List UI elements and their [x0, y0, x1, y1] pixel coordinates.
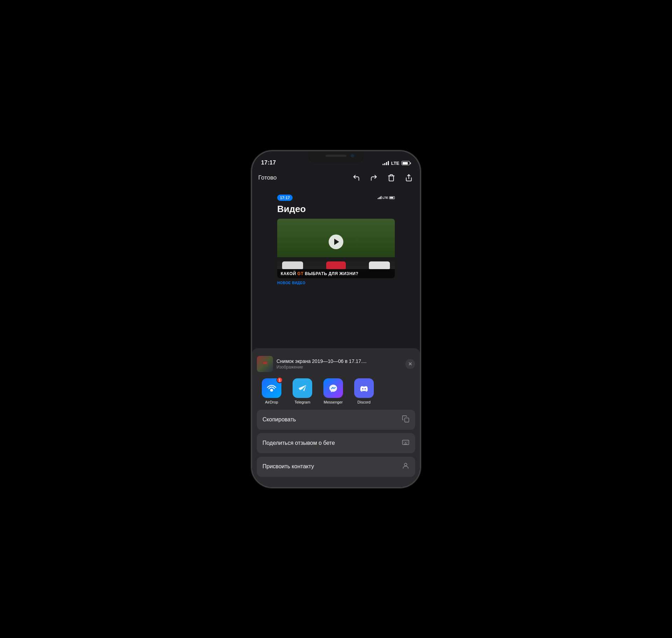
play-button[interactable]	[329, 234, 343, 249]
beta-feedback-label: Поделиться отзывом о бете	[262, 440, 335, 446]
share-thumb-image	[257, 356, 273, 372]
messenger-app-icon[interactable]	[323, 378, 343, 398]
camera	[351, 154, 354, 157]
screenshot-preview-container: 17:17 LTE Видео	[252, 187, 420, 295]
assign-contact-button[interactable]: Присвоить контакту	[257, 457, 415, 477]
mini-lte-label: LTE	[383, 196, 388, 199]
telegram-icon-wrap	[293, 378, 312, 398]
apps-row: 1 AirDrop Te	[252, 376, 420, 410]
airdrop-badge: 1	[276, 377, 283, 383]
contact-icon	[402, 462, 410, 471]
lte-label: LTE	[391, 161, 399, 166]
share-sheet: Снимок экрана 2019—10—06 в 17.17.... Изо…	[252, 348, 420, 487]
content-area: 17:17 LTE Видео	[252, 187, 420, 487]
airdrop-icon-wrap: 1	[262, 378, 281, 398]
mini-time-badge: 17:17	[277, 195, 293, 201]
assign-contact-label: Присвоить контакту	[262, 463, 314, 470]
telegram-app-icon[interactable]	[293, 378, 312, 398]
discord-icon-wrap	[354, 378, 374, 398]
share-icon[interactable]	[404, 173, 414, 183]
toolbar: Готово	[252, 169, 420, 187]
notch	[308, 151, 364, 163]
svg-rect-3	[263, 362, 267, 364]
keyboard-icon	[402, 439, 410, 448]
app-item-discord: Discord	[349, 378, 379, 404]
copy-label: Скопировать	[262, 416, 296, 423]
telegram-label: Telegram	[294, 400, 310, 404]
svg-point-6	[365, 388, 366, 390]
mini-screen: 17:17 LTE Видео	[273, 190, 399, 291]
video-caption-overlay: КАКОЙ GT ВЫБРАТЬ ДЛЯ ЖИЗНИ?	[277, 269, 395, 278]
signal-icon	[383, 161, 389, 165]
mini-signal-icon	[378, 196, 382, 199]
share-header: Снимок экрана 2019—10—06 в 17.17.... Изо…	[252, 352, 420, 376]
video-caption: КАКОЙ GT ВЫБРАТЬ ДЛЯ ЖИЗНИ?	[281, 271, 391, 276]
status-icons: LTE	[383, 161, 411, 166]
svg-rect-7	[405, 418, 409, 422]
svg-rect-2	[262, 364, 268, 367]
app-item-messenger: Messenger	[318, 378, 349, 404]
phone-device: 17:17 LTE Готово	[252, 151, 420, 487]
mini-battery-icon	[389, 196, 395, 199]
video-title: Видео	[277, 204, 395, 215]
trash-icon[interactable]	[386, 173, 396, 183]
screenshot-preview: 17:17 LTE Видео	[273, 190, 399, 291]
share-filetype: Изображение	[276, 365, 402, 370]
video-thumbnail[interactable]: КАКОЙ GT ВЫБРАТЬ ДЛЯ ЖИЗНИ?	[277, 219, 395, 278]
share-filename: Снимок экрана 2019—10—06 в 17.17....	[276, 358, 402, 364]
new-video-label: НОВОЕ ВИДЕО	[277, 281, 395, 287]
copy-button[interactable]: Скопировать	[257, 410, 415, 430]
phone-screen: 17:17 LTE Готово	[252, 151, 420, 487]
speaker	[326, 155, 346, 157]
airdrop-label: AirDrop	[265, 400, 278, 404]
redo-icon[interactable]	[369, 173, 379, 183]
status-time: 17:17	[261, 160, 276, 166]
svg-point-4	[270, 389, 273, 392]
messenger-label: Messenger	[324, 400, 343, 404]
svg-point-17	[404, 463, 407, 465]
app-item-airdrop: 1 AirDrop	[256, 378, 287, 404]
battery-icon	[401, 161, 411, 165]
action-buttons: Скопировать Поделиться отзывом о бете	[252, 410, 420, 477]
share-close-button[interactable]: ✕	[405, 359, 415, 369]
share-thumbnail	[257, 356, 273, 372]
copy-icon	[402, 415, 410, 425]
toolbar-actions	[351, 173, 414, 183]
svg-point-5	[362, 388, 364, 390]
app-item-telegram: Telegram	[287, 378, 318, 404]
beta-feedback-button[interactable]: Поделиться отзывом о бете	[257, 433, 415, 453]
undo-icon[interactable]	[351, 173, 361, 183]
messenger-icon-wrap	[323, 378, 343, 398]
bottom-safe-area	[252, 480, 420, 487]
mini-status-bar: 17:17 LTE	[277, 195, 395, 201]
mini-status-icons: LTE	[378, 196, 395, 199]
discord-label: Discord	[357, 400, 370, 404]
done-button[interactable]: Готово	[258, 174, 277, 181]
discord-app-icon[interactable]	[354, 378, 374, 398]
share-file-info: Снимок экрана 2019—10—06 в 17.17.... Изо…	[276, 358, 402, 370]
